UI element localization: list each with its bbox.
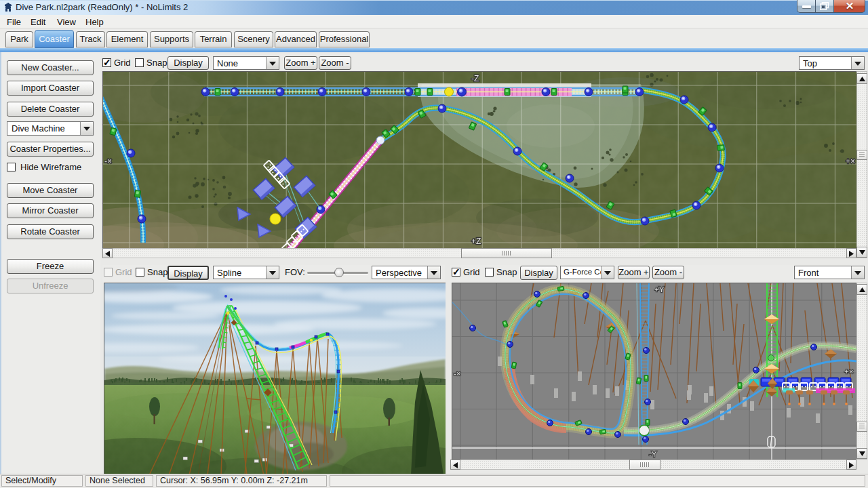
svg-text:-×: -× <box>454 369 461 378</box>
svg-text:+×: +× <box>846 157 855 166</box>
svg-text:-×: -× <box>104 157 112 166</box>
svg-text:+Z: +Z <box>471 237 481 246</box>
svg-text:+×: +× <box>844 367 853 375</box>
svg-text:-Y: -Y <box>649 450 657 458</box>
svg-text:-Z: -Z <box>471 74 479 83</box>
svg-text:+Y: +Y <box>654 285 665 293</box>
